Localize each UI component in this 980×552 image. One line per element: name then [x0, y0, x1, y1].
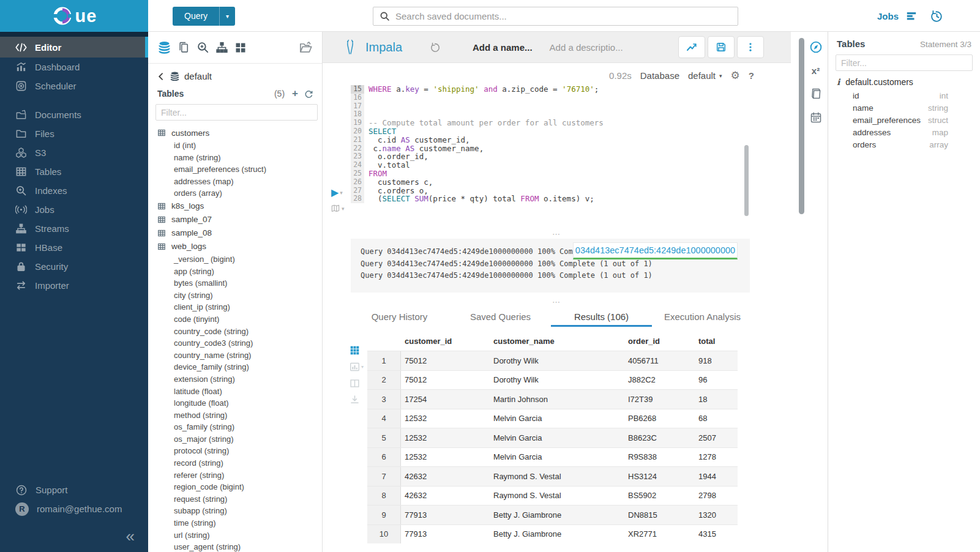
code-line-20[interactable]: 20SELECT — [351, 127, 604, 136]
column-header-customer-name[interactable]: customer_name — [490, 337, 624, 346]
active-table-row[interactable]: i default.customers — [836, 71, 973, 89]
assist-column[interactable]: longitude (float) — [155, 397, 316, 409]
assist-table-sample-07[interactable]: sample_07 — [155, 213, 316, 226]
nav-item-s3[interactable]: S3 — [0, 143, 148, 162]
current-database[interactable]: default — [184, 71, 212, 81]
assist-column[interactable]: user_agent (string) — [155, 541, 316, 551]
query-dropdown-caret[interactable]: ▾ — [219, 7, 235, 26]
query-name-field[interactable]: Add a name... — [473, 42, 533, 53]
table-info-icon[interactable]: i — [837, 77, 840, 87]
nav-item-dashboard[interactable]: Dashboard — [0, 58, 148, 76]
assist-table-k8s-logs[interactable]: k8s_logs — [155, 200, 316, 213]
assist-column[interactable]: email_preferences (struct) — [155, 163, 316, 176]
code-line-24[interactable]: 24 v.total — [351, 161, 604, 170]
column-header-customer-id[interactable]: customer_id — [401, 337, 490, 346]
nav-item-user[interactable]: R romain@gethue.com — [0, 499, 148, 518]
table-row[interactable]: 742632Raymond S. VestalHS31241944 — [367, 466, 738, 486]
panel-column-name[interactable]: namestring — [836, 102, 973, 114]
table-row[interactable]: 317254Martin JohnsonI72T3918 — [367, 389, 738, 409]
refresh-icon[interactable] — [304, 89, 313, 99]
assist-column[interactable]: url (string) — [155, 529, 316, 542]
nav-item-importer[interactable]: Importer — [0, 276, 148, 295]
nav-item-documents[interactable]: Documents — [0, 105, 148, 124]
sitemap-icon[interactable] — [215, 41, 228, 54]
main-scrollbar[interactable] — [799, 38, 804, 214]
jobs-list-icon[interactable] — [905, 10, 918, 21]
panel-column-addresses[interactable]: addressesmap — [836, 127, 973, 139]
query-history-icon[interactable] — [930, 10, 943, 23]
table-row[interactable]: 612532Melvin GarciaR9S8381278 — [367, 447, 738, 467]
assist-column[interactable]: protocol (string) — [155, 445, 316, 457]
tab-query-history[interactable]: Query History — [349, 309, 450, 327]
execute-caret-icon[interactable]: ▾ — [340, 190, 343, 196]
right-panel-filter-input[interactable] — [836, 54, 973, 71]
query-button-label[interactable]: Query — [173, 7, 219, 26]
language-reference-icon[interactable] — [810, 88, 822, 100]
resize-handle-top[interactable]: ⋯ — [323, 229, 791, 239]
nav-item-security[interactable]: Security — [0, 257, 148, 276]
search-zoom-icon[interactable] — [196, 41, 209, 54]
table-row[interactable]: 977913Betty J. GiambroneDN88151320 — [367, 505, 738, 524]
database-selector[interactable]: default — [688, 70, 716, 81]
code-line-18[interactable]: 18 — [351, 110, 604, 119]
nav-item-hbase[interactable]: HBase — [0, 238, 148, 257]
search-input[interactable] — [395, 11, 731, 21]
panel-column-email-preferences[interactable]: email_preferencesstruct — [836, 114, 973, 126]
schedule-icon[interactable] — [810, 111, 822, 124]
execute-query-button[interactable]: ▶▾ — [331, 187, 343, 198]
assist-column[interactable]: os_family (string) — [155, 421, 316, 433]
assist-column[interactable]: country_code (string) — [155, 326, 316, 338]
apps-grid-icon[interactable] — [234, 42, 247, 54]
assist-column[interactable]: bytes (smallint) — [155, 277, 316, 289]
assist-column[interactable]: client_ip (string) — [155, 301, 316, 313]
code-line-22[interactable]: 22 c.name AS customer_name, — [351, 144, 604, 153]
sql-code-editor[interactable]: 15WHERE a.key = 'shipping' and a.zip_cod… — [351, 85, 604, 203]
assist-column[interactable]: extension (string) — [155, 373, 316, 386]
tab-execution-analysis[interactable]: Execution Analysis — [652, 309, 753, 327]
code-line-17[interactable]: 17 — [351, 102, 604, 111]
nav-item-jobs[interactable]: Jobs — [0, 200, 148, 219]
table-row[interactable]: 275012Dorothy WilkJ882C296 — [367, 370, 738, 390]
tab-results-106-[interactable]: Results (106) — [551, 309, 652, 327]
nav-item-editor[interactable]: Editor — [0, 37, 148, 58]
assist-column[interactable]: country_code3 (string) — [155, 337, 316, 349]
session-history-icon[interactable] — [430, 42, 441, 53]
code-line-19[interactable]: 19-- Compute total amount per order for … — [351, 119, 604, 127]
nav-item-tables[interactable]: Tables — [0, 162, 148, 181]
table-row[interactable]: 512532Melvin GarciaB8623C2507 — [367, 428, 738, 447]
nav-item-files[interactable]: Files — [0, 124, 148, 143]
assist-column[interactable]: record (string) — [155, 457, 316, 469]
nav-item-streams[interactable]: Streams — [0, 219, 148, 238]
assist-column[interactable]: country_name (string) — [155, 349, 316, 362]
back-chevron-icon[interactable] — [157, 72, 165, 81]
table-row[interactable]: 842632Raymond S. VestalBS59022798 — [367, 486, 738, 505]
documents-copy-icon[interactable] — [178, 41, 190, 54]
assist-column[interactable]: method (string) — [155, 409, 316, 422]
hue-logo[interactable]: ue — [0, 0, 148, 32]
query-description-field[interactable]: Add a descriptio... — [550, 42, 623, 53]
assist-column[interactable]: request (string) — [155, 493, 316, 505]
assist-column[interactable]: code (tinyint) — [155, 313, 316, 326]
jobs-link[interactable]: Jobs — [877, 11, 899, 21]
open-folder-icon[interactable] — [299, 40, 313, 54]
chart-view-button[interactable]: ▾ — [350, 362, 364, 372]
settings-gear-icon[interactable]: ⚙ — [731, 69, 740, 82]
chart-button[interactable] — [678, 36, 705, 58]
resize-handle-bottom[interactable]: ⋯ — [323, 297, 791, 307]
assist-filter-input[interactable] — [155, 104, 318, 121]
download-results-button[interactable] — [350, 395, 364, 405]
database-caret-icon[interactable]: ▾ — [719, 73, 722, 79]
databases-icon[interactable] — [157, 40, 171, 54]
table-row[interactable]: 1077913Betty J. GiambroneXR27714315 — [367, 524, 738, 544]
functions-icon[interactable]: x² — [812, 65, 820, 76]
assist-column[interactable]: city (string) — [155, 289, 316, 302]
nav-item-scheduler[interactable]: Scheduler — [0, 76, 148, 95]
code-line-16[interactable]: 16 — [351, 94, 604, 102]
editor-scrollbar[interactable] — [744, 145, 749, 216]
presentation-mode-button[interactable]: ▾ — [331, 204, 345, 213]
add-table-icon[interactable]: + — [292, 89, 298, 98]
assist-column[interactable]: time (string) — [155, 517, 316, 529]
assist-column[interactable]: _version_ (bigint) — [155, 253, 316, 266]
engine-title[interactable]: Impala — [365, 40, 402, 54]
code-line-23[interactable]: 23 o.order_id, — [351, 152, 604, 161]
